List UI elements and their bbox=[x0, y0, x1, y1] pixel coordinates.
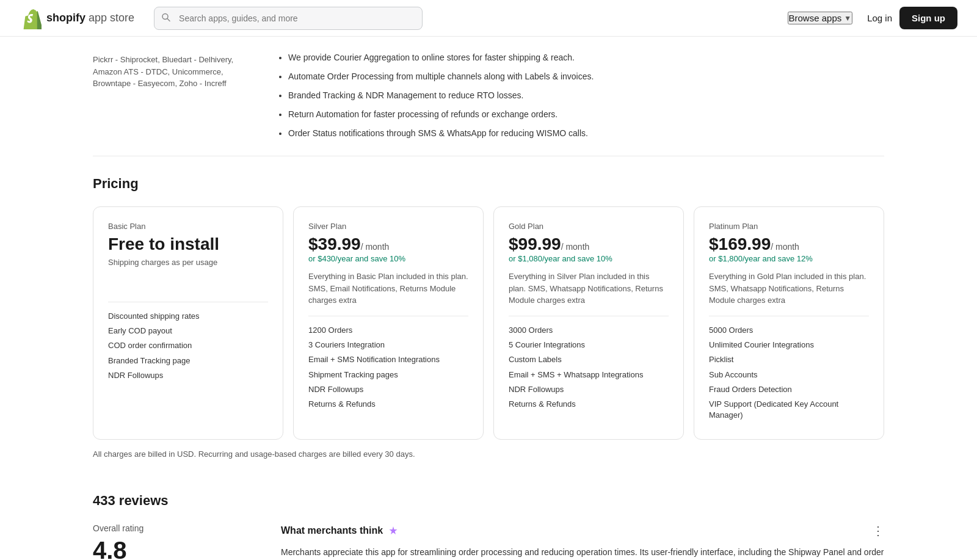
plan-price: Free to install bbox=[108, 235, 268, 254]
search-input[interactable] bbox=[154, 7, 423, 30]
plan-feature-item: Custom Labels bbox=[509, 354, 669, 365]
plan-feature-item: 3 Couriers Integration bbox=[308, 340, 468, 351]
overall-rating-panel: Overall rating 4.8 ★★★★★ bbox=[93, 523, 252, 560]
overall-label: Overall rating bbox=[93, 523, 252, 533]
plan-features: Discounted shipping ratesEarly COD payou… bbox=[108, 311, 268, 381]
more-options-button[interactable]: ⋮ bbox=[872, 523, 884, 538]
merchants-text: Merchants appreciate this app for stream… bbox=[281, 545, 884, 560]
pricing-card: Gold Plan $99.99/ month or $1,080/year a… bbox=[493, 206, 684, 440]
plan-feature-item: Fraud Orders Detection bbox=[709, 384, 869, 395]
plan-divider bbox=[108, 302, 268, 302]
reviews-title: 433 reviews bbox=[93, 493, 884, 509]
feature-bullet-item: Automate Order Processing from multiple … bbox=[288, 70, 884, 83]
plan-feature-item: COD order confirmation bbox=[108, 340, 268, 351]
shopify-logo-icon bbox=[20, 7, 42, 29]
plan-divider bbox=[509, 316, 669, 316]
plan-feature-item: Sub Accounts bbox=[709, 369, 869, 380]
plan-name: Basic Plan bbox=[108, 222, 268, 231]
plan-feature-item: NDR Followups bbox=[509, 384, 669, 395]
plan-annual: or $1,080/year and save 10% bbox=[509, 254, 669, 263]
plan-feature-item: NDR Followups bbox=[308, 384, 468, 395]
plan-description: Everything in Silver Plan included in th… bbox=[509, 271, 669, 307]
plan-feature-item: Returns & Refunds bbox=[308, 399, 468, 410]
plan-name: Platinum Plan bbox=[709, 222, 869, 231]
pricing-title: Pricing bbox=[93, 176, 884, 192]
reviews-layout: Overall rating 4.8 ★★★★★ What merchants … bbox=[93, 523, 884, 560]
pricing-card: Basic Plan Free to install Shipping char… bbox=[93, 206, 283, 440]
integrations-text: Pickrr - Shiprocket, Bluedart - Delhiver… bbox=[93, 55, 233, 88]
plan-divider bbox=[709, 316, 869, 316]
browse-apps-button[interactable]: Browse apps ▼ bbox=[788, 12, 853, 24]
plan-feature-item: Email + SMS Notification Integrations bbox=[308, 354, 468, 365]
pricing-cards: Basic Plan Free to install Shipping char… bbox=[93, 206, 884, 440]
feature-bullet-item: We provide Courier Aggregation to online… bbox=[288, 51, 884, 64]
what-merchants-panel: What merchants think ⋮ Merchants appreci… bbox=[281, 523, 884, 560]
feature-bullets: We provide Courier Aggregation to online… bbox=[276, 51, 884, 146]
plan-price: $39.99/ month bbox=[308, 235, 468, 254]
plan-feature-item: 5 Courier Integrations bbox=[509, 340, 669, 351]
signup-button[interactable]: Sign up bbox=[899, 7, 957, 29]
plan-price: $169.99/ month bbox=[709, 235, 869, 254]
plan-feature-item: Email + SMS + Whatsapp Integrations bbox=[509, 369, 669, 380]
plan-feature-item: VIP Support (Dedicated Key Account Manag… bbox=[709, 399, 869, 421]
plan-feature-item: Early COD payout bbox=[108, 325, 268, 336]
merchants-header: What merchants think ⋮ bbox=[281, 523, 884, 538]
plan-feature-item: Returns & Refunds bbox=[509, 399, 669, 410]
plan-name: Gold Plan bbox=[509, 222, 669, 231]
plan-annual: or $1,800/year and save 12% bbox=[709, 254, 869, 263]
chevron-down-icon: ▼ bbox=[844, 14, 851, 23]
feature-bullet-item: Order Status notifications through SMS &… bbox=[288, 127, 884, 140]
logo-label: shopify app store bbox=[46, 12, 134, 24]
plan-features: 1200 Orders3 Couriers IntegrationEmail +… bbox=[308, 325, 468, 410]
reviews-section: 433 reviews Overall rating 4.8 ★★★★★ Wha… bbox=[93, 473, 884, 560]
plan-features: 3000 Orders5 Courier IntegrationsCustom … bbox=[509, 325, 669, 410]
plan-feature-item: Branded Tracking page bbox=[108, 355, 268, 366]
feature-list: We provide Courier Aggregation to online… bbox=[276, 51, 884, 140]
plan-description: Everything in Gold Plan included in this… bbox=[709, 271, 869, 307]
integrations-panel: Pickrr - Shiprocket, Bluedart - Delhiver… bbox=[93, 51, 252, 146]
svg-line-1 bbox=[167, 18, 170, 21]
plan-feature-item: Shipment Tracking pages bbox=[308, 369, 468, 380]
pricing-card: Platinum Plan $169.99/ month or $1,800/y… bbox=[694, 206, 884, 440]
logo[interactable]: shopify app store bbox=[20, 7, 134, 29]
plan-feature-item: 1200 Orders bbox=[308, 325, 468, 336]
plan-annual: or $430/year and save 10% bbox=[308, 254, 468, 263]
plan-price: $99.99/ month bbox=[509, 235, 669, 254]
plan-feature-item: Picklist bbox=[709, 354, 869, 365]
plan-feature-item: 3000 Orders bbox=[509, 325, 669, 336]
feature-section: Pickrr - Shiprocket, Bluedart - Delhiver… bbox=[93, 37, 884, 156]
search-bar[interactable] bbox=[154, 7, 423, 30]
header: shopify app store Browse apps ▼ Log in S… bbox=[0, 0, 977, 37]
plan-feature-item: NDR Followups bbox=[108, 370, 268, 381]
main-nav: Browse apps ▼ bbox=[788, 12, 868, 24]
feature-bullet-item: Branded Tracking & NDR Management to red… bbox=[288, 89, 884, 102]
ai-sparkle-icon bbox=[388, 525, 399, 536]
plan-feature-item: Discounted shipping rates bbox=[108, 311, 268, 322]
pricing-section: Pricing Basic Plan Free to install Shipp… bbox=[93, 156, 884, 473]
plan-name: Silver Plan bbox=[308, 222, 468, 231]
billing-note: All charges are billed in USD. Recurring… bbox=[93, 449, 884, 459]
plan-description: Shipping charges as per usage bbox=[108, 256, 268, 293]
plan-description: Everything in Basic Plan included in thi… bbox=[308, 271, 468, 307]
main-content: Pickrr - Shiprocket, Bluedart - Delhiver… bbox=[73, 37, 904, 560]
rating-number: 4.8 bbox=[93, 537, 127, 560]
feature-bullet-item: Return Automation for faster processing … bbox=[288, 108, 884, 121]
plan-feature-item: 5000 Orders bbox=[709, 325, 869, 336]
plan-features: 5000 OrdersUnlimited Courier Integration… bbox=[709, 325, 869, 421]
login-button[interactable]: Log in bbox=[867, 13, 892, 23]
search-icon bbox=[161, 12, 171, 24]
plan-divider bbox=[308, 316, 468, 316]
pricing-card: Silver Plan $39.99/ month or $430/year a… bbox=[293, 206, 484, 440]
merchants-title: What merchants think bbox=[281, 525, 399, 536]
plan-feature-item: Unlimited Courier Integrations bbox=[709, 340, 869, 351]
